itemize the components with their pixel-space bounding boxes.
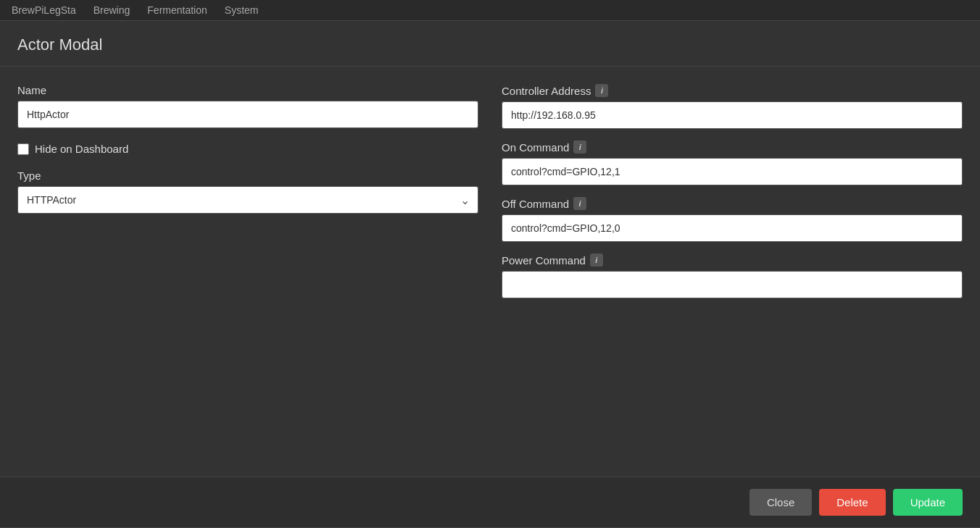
right-column: Controller Address i On Command i Off Co…	[502, 84, 963, 459]
modal-footer: Close Delete Update	[0, 477, 980, 527]
left-column: Name Hide on Dashboard Type HTTPActor GP…	[17, 84, 478, 459]
modal-title: Actor Modal	[17, 35, 963, 54]
name-label: Name	[17, 84, 478, 96]
controller-address-field-group: Controller Address i	[502, 84, 963, 129]
nav-item-brewing[interactable]: Brewing	[94, 4, 130, 16]
top-nav: BrewPiLegSta Brewing Fermentation System	[0, 0, 980, 21]
nav-item-brewpilegsta[interactable]: BrewPiLegSta	[12, 4, 76, 16]
update-button[interactable]: Update	[893, 489, 963, 516]
name-field-group: Name	[17, 84, 478, 128]
hide-on-dashboard-checkbox[interactable]	[17, 143, 29, 155]
off-command-info-icon[interactable]: i	[573, 197, 586, 210]
controller-address-info-icon[interactable]: i	[595, 84, 608, 97]
type-select[interactable]: HTTPActor GPIOActor DigitalActor	[17, 186, 478, 214]
on-command-label: On Command i	[502, 141, 963, 154]
nav-item-fermentation[interactable]: Fermentation	[147, 4, 207, 16]
controller-address-label: Controller Address i	[502, 84, 963, 97]
power-command-field-group: Power Command i	[502, 253, 963, 298]
name-input[interactable]	[17, 101, 478, 128]
type-select-wrapper: HTTPActor GPIOActor DigitalActor ⌄	[17, 186, 478, 214]
delete-button[interactable]: Delete	[819, 489, 885, 516]
off-command-label: Off Command i	[502, 197, 963, 210]
controller-address-input[interactable]	[502, 101, 963, 129]
on-command-input[interactable]	[502, 158, 963, 185]
power-command-info-icon[interactable]: i	[590, 253, 603, 267]
type-field-group: Type HTTPActor GPIOActor DigitalActor ⌄	[17, 169, 478, 214]
off-command-input[interactable]	[502, 214, 963, 242]
power-command-label: Power Command i	[502, 253, 963, 267]
on-command-info-icon[interactable]: i	[573, 141, 586, 154]
hide-on-dashboard-label: Hide on Dashboard	[35, 143, 128, 155]
modal-body: Name Hide on Dashboard Type HTTPActor GP…	[0, 67, 980, 477]
nav-item-system[interactable]: System	[225, 4, 259, 16]
type-label: Type	[17, 169, 478, 182]
on-command-field-group: On Command i	[502, 141, 963, 185]
power-command-input[interactable]	[502, 271, 963, 298]
off-command-field-group: Off Command i	[502, 197, 963, 242]
hide-on-dashboard-row: Hide on Dashboard	[17, 140, 478, 158]
modal-header: Actor Modal	[0, 21, 980, 67]
actor-modal: Actor Modal Name Hide on Dashboard Type …	[0, 21, 980, 527]
close-button[interactable]: Close	[749, 489, 812, 516]
